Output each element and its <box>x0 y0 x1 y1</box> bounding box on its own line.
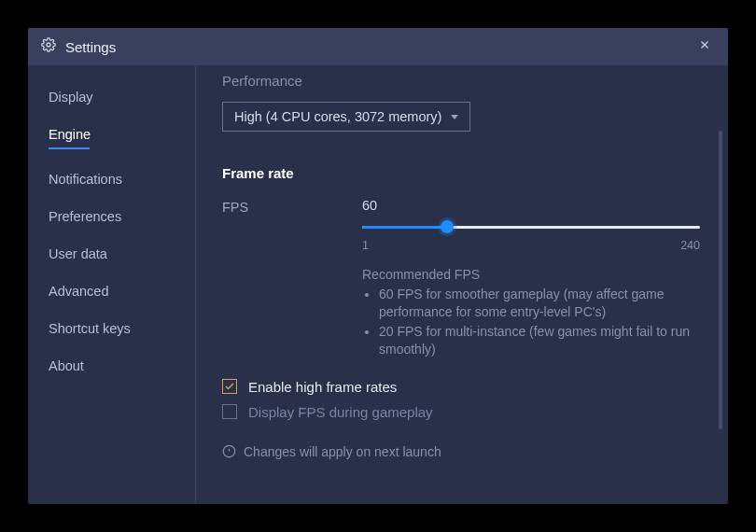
sidebar-item-label: User data <box>49 246 107 261</box>
performance-section-label: Performance <box>222 73 700 89</box>
close-button[interactable] <box>694 35 715 59</box>
sidebar-item-display[interactable]: Display <box>49 78 195 116</box>
sidebar-item-label: Advanced <box>49 284 109 299</box>
checkbox-row-enable-high-fps: Enable high frame rates <box>222 379 700 395</box>
settings-window: Settings Display Engine Notifications Pr… <box>28 28 728 504</box>
slider-range-labels: 1 240 <box>362 239 700 252</box>
slider-track-fill <box>362 226 447 229</box>
sidebar-item-label: Notifications <box>49 172 122 187</box>
slider-thumb[interactable] <box>441 220 454 233</box>
titlebar: Settings <box>28 28 728 65</box>
close-icon <box>698 38 711 51</box>
window-title: Settings <box>65 39 116 55</box>
frame-rate-section-head: Frame rate <box>222 165 700 181</box>
check-icon <box>224 381 235 392</box>
svg-point-0 <box>47 43 50 47</box>
info-icon <box>222 444 236 458</box>
slider-max-label: 240 <box>680 239 700 252</box>
fps-label: FPS <box>222 198 362 358</box>
checkbox-enable-high-fps[interactable] <box>222 379 237 394</box>
list-item: 60 FPS for smoother gameplay (may affect… <box>379 286 700 321</box>
fps-slider[interactable] <box>362 218 700 235</box>
content-pane: Performance High (4 CPU cores, 3072 memo… <box>196 65 728 504</box>
scrollbar[interactable] <box>719 131 722 429</box>
performance-dropdown[interactable]: High (4 CPU cores, 3072 memory) <box>222 102 470 132</box>
active-underline <box>49 147 90 149</box>
checkbox-display-fps[interactable] <box>222 404 237 419</box>
checkbox-label: Enable high frame rates <box>248 379 397 395</box>
fps-row: FPS 60 1 240 Recommended FPS 60 FPS for … <box>222 198 700 358</box>
chevron-down-icon <box>451 115 458 119</box>
launch-notice: Changes will apply on next launch <box>222 444 700 459</box>
checkbox-row-display-fps: Display FPS during gameplay <box>222 404 700 420</box>
sidebar-item-label: Preferences <box>49 209 121 224</box>
sidebar-item-advanced[interactable]: Advanced <box>49 273 195 310</box>
checkbox-label: Display FPS during gameplay <box>248 404 433 420</box>
sidebar-item-label: Shortcut keys <box>49 321 131 336</box>
sidebar-item-notifications[interactable]: Notifications <box>49 161 195 198</box>
window-body: Display Engine Notifications Preferences… <box>28 65 728 504</box>
notice-text: Changes will apply on next launch <box>244 444 441 459</box>
sidebar: Display Engine Notifications Preferences… <box>28 65 196 504</box>
recommended-fps-list: 60 FPS for smoother gameplay (may affect… <box>362 286 700 358</box>
sidebar-item-engine[interactable]: Engine <box>49 116 195 161</box>
slider-min-label: 1 <box>362 239 369 252</box>
gear-icon <box>41 37 56 56</box>
sidebar-item-label: About <box>49 358 84 373</box>
sidebar-item-about[interactable]: About <box>49 347 195 385</box>
sidebar-item-preferences[interactable]: Preferences <box>49 198 195 235</box>
sidebar-item-user-data[interactable]: User data <box>49 235 195 273</box>
sidebar-item-label: Display <box>49 90 93 105</box>
list-item: 20 FPS for multi-instance (few games mig… <box>379 323 700 358</box>
dropdown-value: High (4 CPU cores, 3072 memory) <box>234 109 441 124</box>
fps-value: 60 <box>362 198 700 213</box>
sidebar-item-label: Engine <box>49 127 91 142</box>
recommended-fps-head: Recommended FPS <box>362 267 700 282</box>
sidebar-item-shortcut-keys[interactable]: Shortcut keys <box>49 310 195 347</box>
